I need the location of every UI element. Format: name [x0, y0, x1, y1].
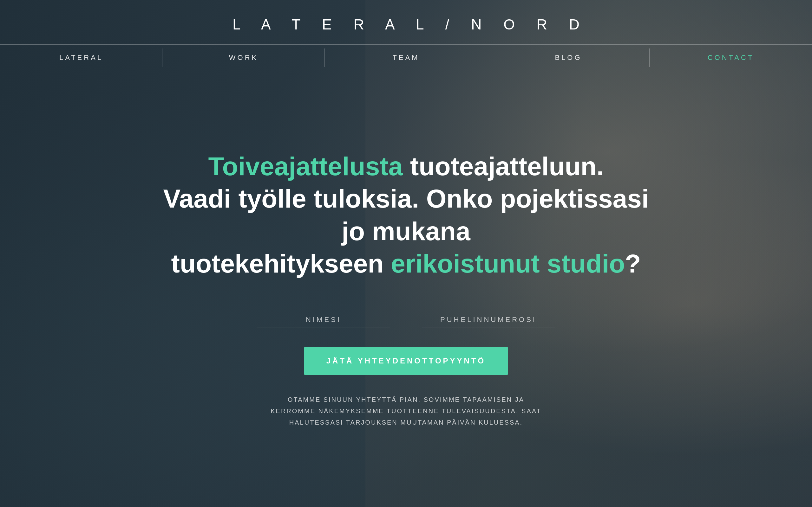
headline-line2: Vaadi työlle tuloksia. Onko pojektissasi… [163, 184, 649, 245]
nav-item-team[interactable]: TEAM [325, 45, 487, 71]
name-field-container [257, 312, 390, 328]
phone-field-container [422, 312, 555, 328]
headline-end: ? [625, 249, 641, 278]
hero-headline: Toiveajattelusta tuoteajatteluun. Vaadi … [152, 150, 660, 280]
name-input[interactable] [257, 312, 390, 328]
form-inputs-row [216, 312, 596, 328]
site-logo[interactable]: L A T E R A L / N O R D [223, 16, 589, 33]
main-content: Toiveajattelusta tuoteajatteluun. Vaadi … [0, 71, 812, 507]
phone-input[interactable] [422, 312, 555, 328]
headline-white-1: tuoteajatteluun. [403, 152, 604, 181]
form-description: OTAMME SINUUN YHTEYTTÄ PIAN. SOVIMME TAP… [270, 394, 542, 428]
headline-green-2: erikoistunut studio [391, 249, 625, 278]
nav-item-blog[interactable]: BLOG [487, 45, 650, 71]
nav-item-lateral[interactable]: LATERAL [0, 45, 162, 71]
nav-bar: LATERAL WORK TEAM BLOG CONTACT [0, 44, 812, 71]
contact-form: JÄTÄ YHTEYDENOTTOPYYNTÖ OTAMME SINUUN YH… [216, 312, 596, 428]
headline-white-2: tuotekehitykseen [171, 249, 391, 278]
header: L A T E R A L / N O R D LATERAL WORK TEA… [0, 0, 812, 71]
submit-button[interactable]: JÄTÄ YHTEYDENOTTOPYYNTÖ [304, 347, 508, 375]
nav-item-work[interactable]: WORK [162, 45, 325, 71]
page-wrapper: L A T E R A L / N O R D LATERAL WORK TEA… [0, 0, 812, 507]
nav-item-contact[interactable]: CONTACT [650, 45, 812, 71]
headline-green-1: Toiveajattelusta [208, 152, 403, 181]
